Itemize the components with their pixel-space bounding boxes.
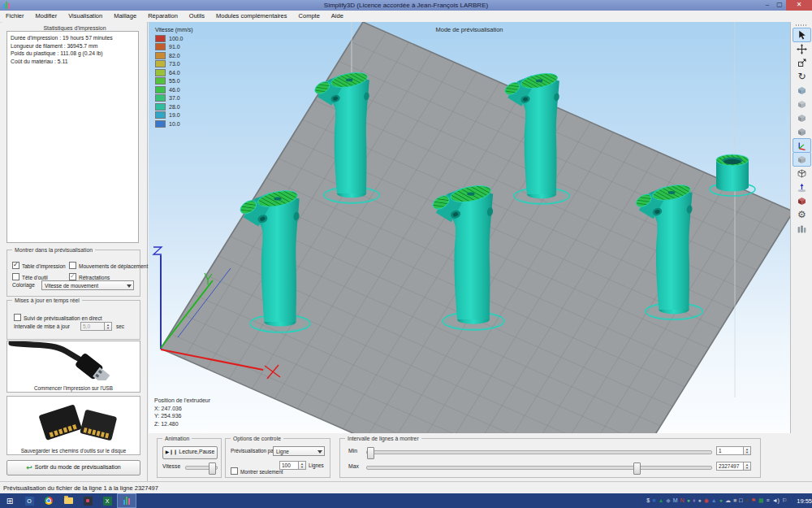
machine-control-icon[interactable] <box>793 221 811 236</box>
start-button[interactable]: ⊞ <box>0 493 19 508</box>
max-line-input[interactable]: 2327497 <box>716 462 744 471</box>
surface-normals-icon[interactable] <box>793 180 811 194</box>
taskbar-simplify3d-icon[interactable] <box>117 493 136 508</box>
checkbox-unchecked-icon[interactable] <box>231 467 238 475</box>
perspective-cube-toggle-icon[interactable] <box>793 152 811 167</box>
chevron-down-icon <box>317 450 322 454</box>
menu-item[interactable]: Visualisation <box>63 11 108 22</box>
show-only-input[interactable]: 100 <box>279 461 299 470</box>
stat-line: Coût du matériau : 5.11 <box>11 58 135 66</box>
view-side-cube-icon[interactable] <box>793 124 811 139</box>
tray-icon[interactable]: ⚐ <box>782 497 787 505</box>
settings-gear-icon[interactable]: ⚙ <box>793 207 811 222</box>
menu-item[interactable]: Fichier <box>0 11 30 22</box>
legend-value: 46.0 <box>169 87 180 93</box>
tray-icon[interactable]: ● <box>698 497 701 505</box>
tray-icon[interactable]: ⚑ <box>751 497 756 505</box>
title-bar[interactable]: Simplify3D (Licence accordée à Jean-Fran… <box>0 0 812 11</box>
tray-icon[interactable]: ● <box>719 497 723 505</box>
play-pause-button[interactable]: ▶❙❙ Lecture,Pause <box>162 446 218 459</box>
tray-icon[interactable]: ■ <box>745 497 748 505</box>
realtime-updates-label: Mises à jour en temps réel <box>12 297 82 303</box>
animation-group-label: Animation <box>162 436 192 441</box>
toolbar-grip[interactable] <box>796 24 807 26</box>
taskbar-clock: 19:55 <box>797 497 812 505</box>
tray-icon[interactable]: ▲ <box>711 497 717 505</box>
view-top-cube-icon[interactable] <box>793 97 811 111</box>
view-front-cube-icon[interactable] <box>793 111 811 125</box>
max-slider-handle[interactable] <box>633 462 641 475</box>
tray-icon[interactable]: ≡ <box>767 497 770 505</box>
legend-value: 10.0 <box>169 121 180 127</box>
tray-icon[interactable]: ● <box>687 497 690 505</box>
control-options-group: Options de controle Prévisualisation par… <box>225 438 330 478</box>
checkbox-unchecked-icon[interactable] <box>12 273 19 280</box>
rotate-tool-icon[interactable]: ↻ <box>793 69 811 84</box>
legend-color-swatch <box>155 77 166 85</box>
menu-item[interactable]: Modules complémentaires <box>210 11 293 22</box>
tray-icon[interactable]: ♦ <box>693 497 696 505</box>
taskbar-photo-app-icon[interactable] <box>78 493 97 508</box>
menu-item[interactable]: Modifier <box>30 11 63 22</box>
tray-icon[interactable]: ☁ <box>725 497 731 505</box>
speed-slider-handle[interactable] <box>209 462 216 475</box>
checkbox-unchecked-icon[interactable] <box>14 314 21 321</box>
scale-tool-icon[interactable] <box>793 55 811 70</box>
preview-3d-viewport[interactable] <box>149 22 790 433</box>
save-toolpaths-button[interactable]: Sauvegarder les chemins d'outils sur le … <box>6 396 140 455</box>
tray-icon[interactable]: ▦ <box>758 497 764 505</box>
checkbox-checked-icon[interactable] <box>69 273 76 280</box>
max-line-slider[interactable] <box>366 466 712 470</box>
menu-item[interactable]: Compte <box>293 11 326 22</box>
menu-item[interactable]: Maillage <box>108 11 142 22</box>
menu-item[interactable]: Aide <box>326 11 349 22</box>
max-label: Max <box>348 463 359 469</box>
taskbar-excel-icon[interactable]: X <box>97 493 117 508</box>
coordinate-axes-toggle-icon[interactable] <box>793 138 811 153</box>
tray-icon[interactable]: ◉ <box>704 497 709 505</box>
tray-icon[interactable]: N <box>680 497 685 505</box>
tray-icon[interactable]: ■ <box>733 497 736 505</box>
legend-value: 64.0 <box>169 70 180 76</box>
legend-color-swatch <box>155 60 166 67</box>
show-only-checkbox[interactable]: Montrer seulement <box>231 462 283 477</box>
update-interval-input[interactable]: 5,0 <box>80 322 105 331</box>
min-line-slider[interactable] <box>366 450 712 454</box>
tray-icon[interactable]: M <box>673 497 678 505</box>
exit-preview-button[interactable]: ↩Sortir du mode de prévisualisation <box>6 460 140 475</box>
tray-icon[interactable]: ◄) <box>772 497 780 505</box>
min-line-spinner[interactable]: ▲▼ <box>744 446 751 455</box>
update-interval-spinner[interactable]: ▲▼ <box>105 322 112 331</box>
coloring-select[interactable]: Vitesse de mouvement <box>41 280 134 290</box>
max-line-spinner[interactable]: ▲▼ <box>744 462 751 471</box>
minimize-button[interactable]: – <box>762 0 773 11</box>
view-default-cube-icon[interactable] <box>793 83 811 98</box>
taskbar-outlook-icon[interactable]: O <box>19 493 39 508</box>
select-tool-icon[interactable] <box>793 28 811 42</box>
tray-icon[interactable]: ■ <box>652 497 655 505</box>
menu-item[interactable]: Réparation <box>142 11 184 22</box>
start-usb-print-button[interactable]: Commencer l'impression sur l'USB <box>6 341 140 393</box>
tray-icon[interactable]: ▲ <box>658 497 663 505</box>
menu-item[interactable]: Outils <box>184 11 210 22</box>
taskbar-explorer-icon[interactable] <box>58 493 78 508</box>
legend-entry: 100.0 <box>155 34 193 43</box>
preview-by-select[interactable]: Ligne <box>273 446 325 456</box>
print-statistics-box: Durée d'impression : 19 hours 57 minutes… <box>6 31 139 243</box>
tray-icon[interactable]: $ <box>646 497 650 505</box>
status-bar: Prévisualisation du fichier de la ligne … <box>0 481 812 493</box>
tray-icon[interactable]: ◆ <box>666 497 670 505</box>
close-button[interactable]: ✕ <box>786 0 812 11</box>
speed-slider[interactable] <box>185 466 218 470</box>
show-only-spinner[interactable]: ▲▼ <box>299 461 306 470</box>
min-line-input[interactable]: 1 <box>716 446 744 455</box>
min-slider-handle[interactable] <box>367 447 374 459</box>
preview-mode-label: Mode de prévisualisation <box>149 26 790 33</box>
taskbar-chrome-icon[interactable] <box>39 493 58 508</box>
realtime-updates-group: Mises à jour en temps réel Suivi de prév… <box>6 300 140 340</box>
tray-icon[interactable]: □ <box>739 497 742 505</box>
maximize-button[interactable]: ▢ <box>774 0 785 11</box>
wireframe-view-icon[interactable] <box>793 166 811 180</box>
cross-section-tool-icon[interactable] <box>793 193 811 208</box>
move-tool-icon[interactable] <box>793 41 811 56</box>
